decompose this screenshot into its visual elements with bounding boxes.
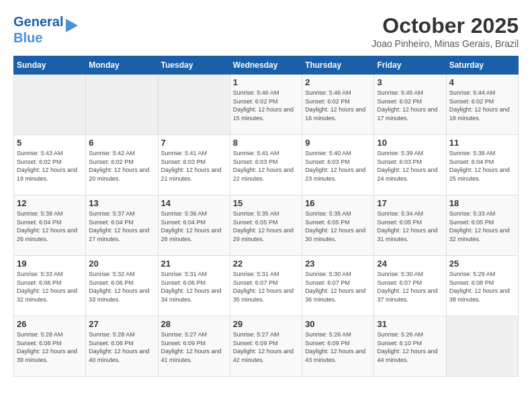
calendar-cell: 21Sunrise: 5:31 AM Sunset: 6:06 PM Dayli… (158, 256, 230, 316)
cell-info: Sunrise: 5:37 AM Sunset: 6:04 PM Dayligh… (89, 210, 154, 243)
calendar-cell: 20Sunrise: 5:32 AM Sunset: 6:06 PM Dayli… (86, 256, 158, 316)
calendar-cell: 27Sunrise: 5:28 AM Sunset: 6:08 PM Dayli… (86, 316, 158, 377)
day-number: 2 (305, 77, 371, 87)
calendar-cell: 5Sunrise: 5:43 AM Sunset: 6:02 PM Daylig… (14, 135, 86, 195)
calendar-cell: 10Sunrise: 5:39 AM Sunset: 6:03 PM Dayli… (374, 135, 446, 195)
cell-info: Sunrise: 5:42 AM Sunset: 6:02 PM Dayligh… (89, 149, 154, 183)
calendar-cell: 12Sunrise: 5:38 AM Sunset: 6:04 PM Dayli… (14, 195, 86, 256)
day-number: 1 (233, 77, 299, 87)
day-number: 11 (449, 138, 515, 148)
day-number: 13 (89, 198, 154, 208)
month-title: October 2025 (371, 13, 519, 38)
calendar-cell: 24Sunrise: 5:30 AM Sunset: 6:07 PM Dayli… (374, 256, 446, 316)
day-number: 3 (377, 77, 443, 87)
calendar-cell: 22Sunrise: 5:31 AM Sunset: 6:07 PM Dayli… (230, 256, 302, 316)
cell-info: Sunrise: 5:31 AM Sunset: 6:06 PM Dayligh… (161, 270, 227, 304)
day-number: 21 (161, 259, 227, 269)
day-number: 4 (449, 77, 515, 87)
cell-info: Sunrise: 5:30 AM Sunset: 6:07 PM Dayligh… (377, 270, 443, 304)
cell-info: Sunrise: 5:35 AM Sunset: 6:05 PM Dayligh… (233, 210, 299, 243)
calendar-cell: 8Sunrise: 5:41 AM Sunset: 6:03 PM Daylig… (230, 135, 302, 195)
logo: General Blue (13, 13, 79, 46)
calendar-cell (446, 316, 518, 377)
calendar-cell: 26Sunrise: 5:28 AM Sunset: 6:08 PM Dayli… (14, 316, 86, 377)
calendar-cell: 30Sunrise: 5:26 AM Sunset: 6:09 PM Dayli… (302, 316, 374, 377)
day-number: 30 (305, 319, 371, 329)
logo-text: General Blue (13, 13, 63, 46)
day-number: 25 (449, 259, 515, 269)
calendar-cell: 23Sunrise: 5:30 AM Sunset: 6:07 PM Dayli… (302, 256, 374, 316)
cell-info: Sunrise: 5:33 AM Sunset: 6:05 PM Dayligh… (449, 210, 515, 243)
calendar-cell (86, 75, 158, 135)
header-day-tuesday: Tuesday (158, 56, 230, 75)
cell-info: Sunrise: 5:36 AM Sunset: 6:04 PM Dayligh… (161, 210, 227, 243)
day-number: 28 (161, 319, 227, 329)
calendar-cell: 28Sunrise: 5:27 AM Sunset: 6:09 PM Dayli… (158, 316, 230, 377)
cell-info: Sunrise: 5:40 AM Sunset: 6:03 PM Dayligh… (305, 149, 371, 183)
calendar-cell: 29Sunrise: 5:27 AM Sunset: 6:09 PM Dayli… (230, 316, 302, 377)
header-row: SundayMondayTuesdayWednesdayThursdayFrid… (14, 56, 519, 75)
day-number: 6 (89, 138, 154, 148)
cell-info: Sunrise: 5:39 AM Sunset: 6:03 PM Dayligh… (377, 149, 443, 183)
calendar-cell (14, 75, 86, 135)
cell-info: Sunrise: 5:46 AM Sunset: 6:02 PM Dayligh… (233, 89, 299, 122)
cell-info: Sunrise: 5:31 AM Sunset: 6:07 PM Dayligh… (233, 270, 299, 304)
calendar-cell: 14Sunrise: 5:36 AM Sunset: 6:04 PM Dayli… (158, 195, 230, 256)
day-number: 31 (377, 319, 443, 329)
location: Joao Pinheiro, Minas Gerais, Brazil (371, 38, 519, 49)
day-number: 15 (233, 198, 299, 208)
week-row-3: 12Sunrise: 5:38 AM Sunset: 6:04 PM Dayli… (14, 195, 519, 256)
cell-info: Sunrise: 5:32 AM Sunset: 6:06 PM Dayligh… (89, 270, 154, 304)
cell-info: Sunrise: 5:38 AM Sunset: 6:04 PM Dayligh… (449, 149, 515, 183)
calendar-cell: 18Sunrise: 5:33 AM Sunset: 6:05 PM Dayli… (446, 195, 518, 256)
day-number: 16 (305, 198, 371, 208)
logo-arrow-icon (66, 17, 79, 34)
cell-info: Sunrise: 5:45 AM Sunset: 6:02 PM Dayligh… (377, 89, 443, 122)
calendar-cell: 13Sunrise: 5:37 AM Sunset: 6:04 PM Dayli… (86, 195, 158, 256)
calendar-cell (158, 75, 230, 135)
day-number: 10 (377, 138, 443, 148)
day-number: 18 (449, 198, 515, 208)
calendar-cell: 19Sunrise: 5:33 AM Sunset: 6:06 PM Dayli… (14, 256, 86, 316)
day-number: 22 (233, 259, 299, 269)
calendar-cell: 15Sunrise: 5:35 AM Sunset: 6:05 PM Dayli… (230, 195, 302, 256)
calendar-cell: 2Sunrise: 5:46 AM Sunset: 6:02 PM Daylig… (302, 75, 374, 135)
title-block: October 2025 Joao Pinheiro, Minas Gerais… (371, 13, 519, 49)
calendar-cell: 9Sunrise: 5:40 AM Sunset: 6:03 PM Daylig… (302, 135, 374, 195)
cell-info: Sunrise: 5:27 AM Sunset: 6:09 PM Dayligh… (233, 330, 299, 364)
cell-info: Sunrise: 5:30 AM Sunset: 6:07 PM Dayligh… (305, 270, 371, 304)
calendar-cell: 3Sunrise: 5:45 AM Sunset: 6:02 PM Daylig… (374, 75, 446, 135)
calendar-cell: 6Sunrise: 5:42 AM Sunset: 6:02 PM Daylig… (86, 135, 158, 195)
cell-info: Sunrise: 5:35 AM Sunset: 6:05 PM Dayligh… (305, 210, 371, 243)
day-number: 8 (233, 138, 299, 148)
day-number: 26 (17, 319, 83, 329)
week-row-2: 5Sunrise: 5:43 AM Sunset: 6:02 PM Daylig… (14, 135, 519, 195)
calendar-body: 1Sunrise: 5:46 AM Sunset: 6:02 PM Daylig… (14, 75, 519, 377)
day-number: 7 (161, 138, 227, 148)
week-row-1: 1Sunrise: 5:46 AM Sunset: 6:02 PM Daylig… (14, 75, 519, 135)
cell-info: Sunrise: 5:34 AM Sunset: 6:05 PM Dayligh… (377, 210, 443, 243)
day-number: 12 (17, 198, 83, 208)
cell-info: Sunrise: 5:28 AM Sunset: 6:08 PM Dayligh… (17, 330, 83, 364)
day-number: 5 (17, 138, 83, 148)
cell-info: Sunrise: 5:38 AM Sunset: 6:04 PM Dayligh… (17, 210, 83, 243)
calendar-cell: 17Sunrise: 5:34 AM Sunset: 6:05 PM Dayli… (374, 195, 446, 256)
cell-info: Sunrise: 5:27 AM Sunset: 6:09 PM Dayligh… (161, 330, 227, 364)
cell-info: Sunrise: 5:46 AM Sunset: 6:02 PM Dayligh… (305, 89, 371, 122)
cell-info: Sunrise: 5:28 AM Sunset: 6:08 PM Dayligh… (89, 330, 154, 364)
week-row-5: 26Sunrise: 5:28 AM Sunset: 6:08 PM Dayli… (14, 316, 519, 377)
calendar-cell: 11Sunrise: 5:38 AM Sunset: 6:04 PM Dayli… (446, 135, 518, 195)
week-row-4: 19Sunrise: 5:33 AM Sunset: 6:06 PM Dayli… (14, 256, 519, 316)
day-number: 23 (305, 259, 371, 269)
calendar-cell: 7Sunrise: 5:41 AM Sunset: 6:03 PM Daylig… (158, 135, 230, 195)
header-day-wednesday: Wednesday (230, 56, 302, 75)
calendar-cell: 4Sunrise: 5:44 AM Sunset: 6:02 PM Daylig… (446, 75, 518, 135)
cell-info: Sunrise: 5:41 AM Sunset: 6:03 PM Dayligh… (161, 149, 227, 183)
cell-info: Sunrise: 5:26 AM Sunset: 6:09 PM Dayligh… (305, 330, 371, 364)
header-day-friday: Friday (374, 56, 446, 75)
cell-info: Sunrise: 5:26 AM Sunset: 6:10 PM Dayligh… (377, 330, 443, 364)
day-number: 9 (305, 138, 371, 148)
header-day-monday: Monday (86, 56, 158, 75)
day-number: 27 (89, 319, 154, 329)
cell-info: Sunrise: 5:44 AM Sunset: 6:02 PM Dayligh… (449, 89, 515, 122)
